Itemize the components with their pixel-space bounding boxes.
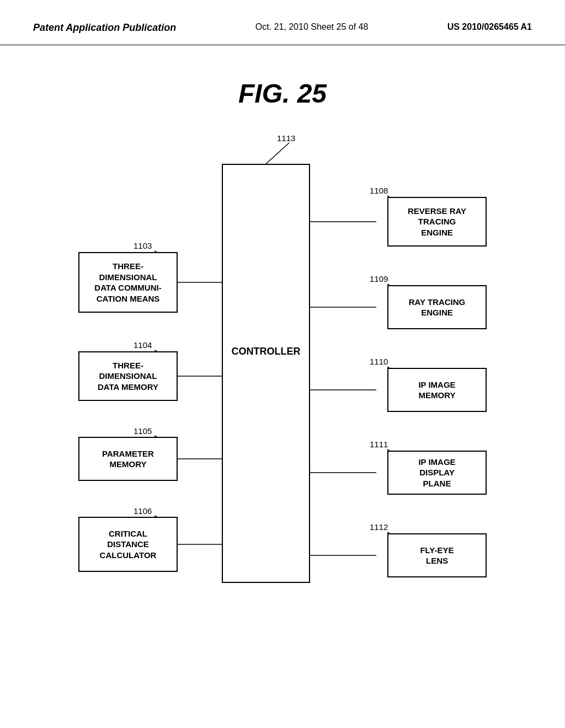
- ref-1112-label: 1112: [370, 522, 388, 532]
- ref-1113: 1113: [277, 133, 295, 143]
- box-three-dimensional-data-communication: THREE- DIMENSIONAL DATA COMMUNI- CATION …: [78, 252, 178, 313]
- svg-line-0: [266, 143, 289, 164]
- ref-1104-label: 1104: [134, 340, 152, 350]
- ref-1111-label: 1111: [370, 440, 388, 449]
- controller-box: [222, 164, 310, 583]
- box-fly-eye-lens: FLY-EYE LENS: [387, 533, 487, 577]
- ref-1105-label: 1105: [134, 426, 152, 436]
- ref-1103-label: 1103: [134, 241, 152, 250]
- box-ip-image-display-plane: IP IMAGE DISPLAY PLANE: [387, 451, 487, 495]
- diagram: 1113: [62, 131, 503, 627]
- box-three-dimensional-data-memory: THREE- DIMENSIONAL DATA MEMORY: [78, 351, 178, 401]
- publication-label: Patent Application Publication: [33, 22, 176, 34]
- box-ray-tracing-engine: RAY TRACING ENGINE: [387, 285, 487, 329]
- box-parameter-memory: PARAMETER MEMORY: [78, 437, 178, 481]
- box-reverse-ray-tracing-engine: REVERSE RAY TRACING ENGINE: [387, 197, 487, 247]
- page-header: Patent Application Publication Oct. 21, …: [0, 0, 565, 45]
- ref-1110-label: 1110: [370, 357, 388, 366]
- box-ip-image-memory: IP IMAGE MEMORY: [387, 368, 487, 412]
- box-critical-distance-calculator: CRITICAL DISTANCE CALCULATOR: [78, 517, 178, 572]
- date-sheet-label: Oct. 21, 2010 Sheet 25 of 48: [255, 22, 369, 32]
- patent-number-label: US 2010/0265465 A1: [447, 22, 532, 32]
- controller-label: CONTROLLER: [222, 346, 310, 357]
- ref-1106-label: 1106: [134, 506, 152, 516]
- ref-1109-label: 1109: [370, 274, 388, 283]
- figure-title: FIG. 25: [0, 78, 565, 109]
- ref-1108-label: 1108: [370, 186, 388, 195]
